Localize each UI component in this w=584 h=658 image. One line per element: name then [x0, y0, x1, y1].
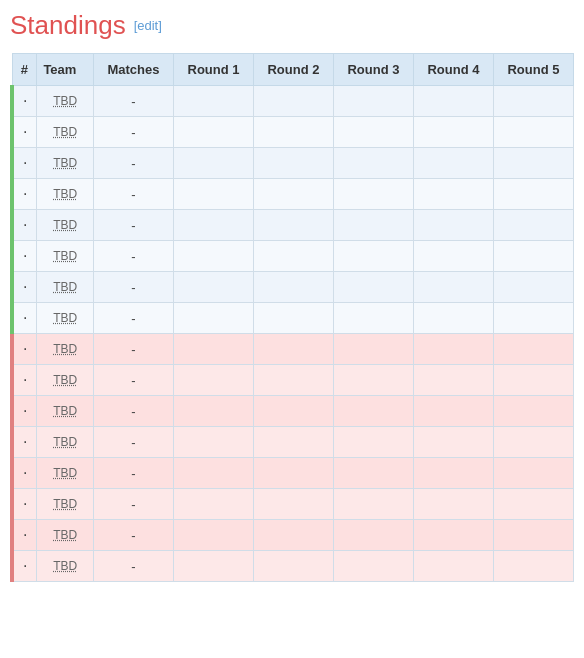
- round3-cell: [333, 148, 413, 179]
- header-row: # Team Matches Round 1 Round 2 Round 3 R…: [12, 54, 574, 86]
- round1-cell: [174, 86, 254, 117]
- round5-cell: [493, 551, 573, 582]
- table-body: ·TBD-·TBD-·TBD-·TBD-·TBD-·TBD-·TBD-·TBD-…: [12, 86, 574, 582]
- matches-cell: -: [94, 551, 174, 582]
- team-cell: TBD: [37, 303, 94, 334]
- round2-cell: [254, 148, 334, 179]
- round1-cell: [174, 117, 254, 148]
- col-round1: Round 1: [174, 54, 254, 86]
- round1-cell: [174, 458, 254, 489]
- round1-cell: [174, 334, 254, 365]
- rank-cell: ·: [12, 489, 37, 520]
- rank-cell: ·: [12, 334, 37, 365]
- round1-cell: [174, 272, 254, 303]
- col-round4: Round 4: [413, 54, 493, 86]
- round3-cell: [333, 303, 413, 334]
- round4-cell: [413, 551, 493, 582]
- round5-cell: [493, 427, 573, 458]
- team-cell: TBD: [37, 489, 94, 520]
- round3-cell: [333, 365, 413, 396]
- team-cell: TBD: [37, 210, 94, 241]
- round3-cell: [333, 520, 413, 551]
- round3-cell: [333, 427, 413, 458]
- round3-cell: [333, 179, 413, 210]
- table-row: ·TBD-: [12, 210, 574, 241]
- matches-cell: -: [94, 396, 174, 427]
- rank-cell: ·: [12, 148, 37, 179]
- table-row: ·TBD-: [12, 458, 574, 489]
- round2-cell: [254, 210, 334, 241]
- round1-cell: [174, 241, 254, 272]
- matches-cell: -: [94, 241, 174, 272]
- round4-cell: [413, 117, 493, 148]
- round4-cell: [413, 427, 493, 458]
- team-cell: TBD: [37, 520, 94, 551]
- round1-cell: [174, 427, 254, 458]
- round4-cell: [413, 148, 493, 179]
- round4-cell: [413, 334, 493, 365]
- rank-cell: ·: [12, 520, 37, 551]
- table-row: ·TBD-: [12, 241, 574, 272]
- round1-cell: [174, 365, 254, 396]
- round3-cell: [333, 241, 413, 272]
- matches-cell: -: [94, 458, 174, 489]
- round2-cell: [254, 117, 334, 148]
- round2-cell: [254, 365, 334, 396]
- round2-cell: [254, 520, 334, 551]
- round4-cell: [413, 179, 493, 210]
- team-cell: TBD: [37, 334, 94, 365]
- round3-cell: [333, 489, 413, 520]
- rank-cell: ·: [12, 458, 37, 489]
- round2-cell: [254, 241, 334, 272]
- round5-cell: [493, 179, 573, 210]
- team-cell: TBD: [37, 86, 94, 117]
- matches-cell: -: [94, 86, 174, 117]
- round2-cell: [254, 551, 334, 582]
- rank-cell: ·: [12, 179, 37, 210]
- table-row: ·TBD-: [12, 272, 574, 303]
- round1-cell: [174, 520, 254, 551]
- page-header: Standings [edit]: [10, 10, 574, 41]
- rank-cell: ·: [12, 241, 37, 272]
- round5-cell: [493, 148, 573, 179]
- round1-cell: [174, 551, 254, 582]
- round3-cell: [333, 458, 413, 489]
- matches-cell: -: [94, 489, 174, 520]
- team-cell: TBD: [37, 241, 94, 272]
- team-cell: TBD: [37, 179, 94, 210]
- table-row: ·TBD-: [12, 303, 574, 334]
- round4-cell: [413, 365, 493, 396]
- round4-cell: [413, 272, 493, 303]
- round3-cell: [333, 117, 413, 148]
- round2-cell: [254, 458, 334, 489]
- round5-cell: [493, 458, 573, 489]
- round4-cell: [413, 86, 493, 117]
- rank-cell: ·: [12, 303, 37, 334]
- round3-cell: [333, 86, 413, 117]
- table-row: ·TBD-: [12, 334, 574, 365]
- round5-cell: [493, 520, 573, 551]
- matches-cell: -: [94, 272, 174, 303]
- col-team: Team: [37, 54, 94, 86]
- matches-cell: -: [94, 365, 174, 396]
- round3-cell: [333, 396, 413, 427]
- team-cell: TBD: [37, 117, 94, 148]
- matches-cell: -: [94, 427, 174, 458]
- col-round2: Round 2: [254, 54, 334, 86]
- table-header: # Team Matches Round 1 Round 2 Round 3 R…: [12, 54, 574, 86]
- rank-cell: ·: [12, 117, 37, 148]
- round4-cell: [413, 489, 493, 520]
- team-cell: TBD: [37, 365, 94, 396]
- round2-cell: [254, 489, 334, 520]
- round5-cell: [493, 334, 573, 365]
- round4-cell: [413, 396, 493, 427]
- round5-cell: [493, 303, 573, 334]
- col-round5: Round 5: [493, 54, 573, 86]
- round2-cell: [254, 334, 334, 365]
- round2-cell: [254, 179, 334, 210]
- edit-link[interactable]: [edit]: [134, 18, 162, 33]
- round1-cell: [174, 303, 254, 334]
- round4-cell: [413, 520, 493, 551]
- table-row: ·TBD-: [12, 427, 574, 458]
- rank-cell: ·: [12, 86, 37, 117]
